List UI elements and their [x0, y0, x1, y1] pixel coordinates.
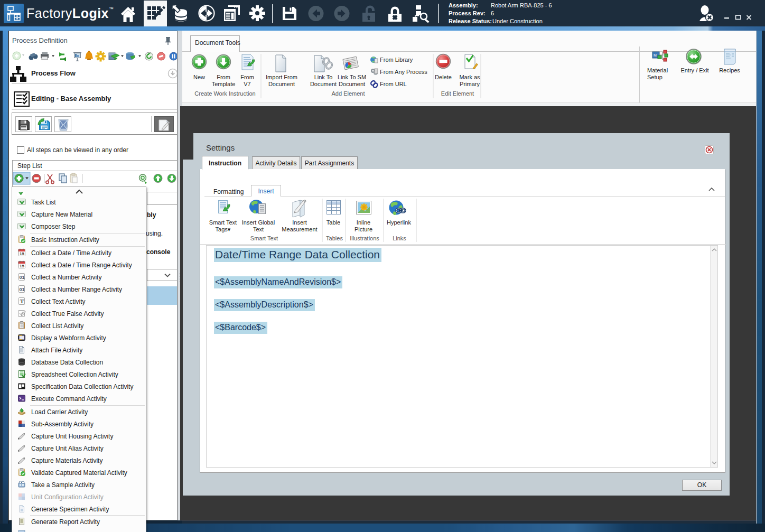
svg-text:15: 15 [20, 251, 24, 256]
svg-text:15: 15 [20, 264, 24, 268]
svg-text:01: 01 [20, 275, 25, 280]
svg-text:01: 01 [20, 287, 25, 292]
svg-text:T: T [20, 298, 24, 304]
svg-text:M: M [654, 53, 657, 57]
